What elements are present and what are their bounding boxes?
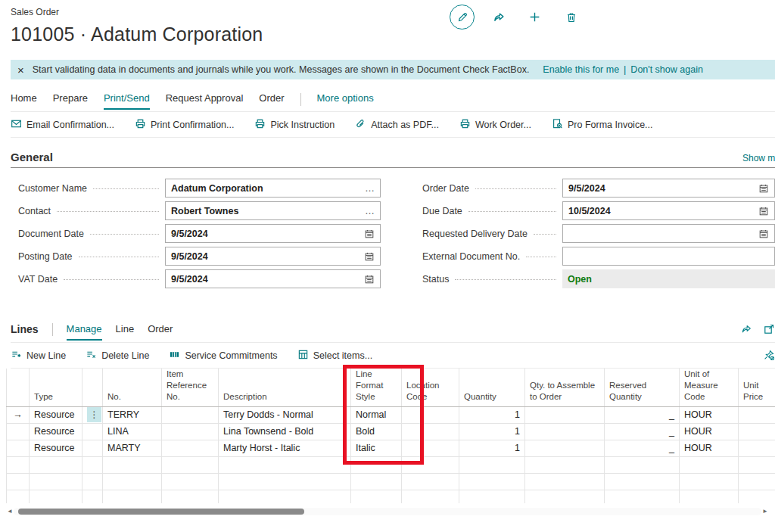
- cell-empty[interactable]: [680, 473, 739, 490]
- calendar-icon[interactable]: [758, 183, 769, 194]
- document-date-input[interactable]: 9/5/2024: [165, 224, 381, 243]
- cell-empty[interactable]: [103, 456, 162, 473]
- header-quantity[interactable]: Quantity: [459, 369, 525, 406]
- header-line-format-style[interactable]: Line Format Style: [351, 369, 402, 406]
- cell-location-code[interactable]: [402, 440, 459, 456]
- cell-qty-to-assemble[interactable]: [525, 406, 605, 423]
- calendar-icon[interactable]: [364, 251, 375, 262]
- cell-empty[interactable]: [402, 456, 459, 473]
- requested-delivery-date-input[interactable]: [562, 224, 775, 243]
- tab-lines-order[interactable]: Order: [148, 323, 173, 339]
- header-item-reference-no[interactable]: Item Reference No.: [162, 369, 219, 406]
- share-button[interactable]: [486, 5, 511, 30]
- cell-reserved-quantity[interactable]: _: [605, 406, 680, 423]
- calendar-icon[interactable]: [364, 274, 375, 285]
- order-date-input[interactable]: 9/5/2024: [562, 179, 775, 198]
- scrollbar-thumb[interactable]: [18, 509, 304, 515]
- cell-empty[interactable]: [219, 456, 351, 473]
- cell-item-reference[interactable]: [162, 423, 219, 440]
- cell-qty-to-assemble[interactable]: [525, 423, 605, 440]
- email-confirmation-button[interactable]: Email Confirmation...: [11, 118, 114, 132]
- cell-reserved-quantity[interactable]: _: [605, 440, 680, 456]
- tab-request-approval[interactable]: Request Approval: [166, 92, 244, 108]
- scroll-right-icon[interactable]: ►: [761, 508, 769, 515]
- header-location-code[interactable]: Location Code: [402, 369, 459, 406]
- cell-empty[interactable]: [402, 490, 459, 503]
- cell-empty[interactable]: [680, 490, 739, 503]
- cell-empty[interactable]: [351, 490, 402, 503]
- header-description[interactable]: Description: [219, 369, 351, 406]
- vat-date-input[interactable]: 9/5/2024: [165, 269, 381, 288]
- new-line-button[interactable]: New Line: [11, 349, 66, 362]
- calendar-icon[interactable]: [758, 206, 769, 216]
- more-options-button[interactable]: More options: [317, 92, 374, 108]
- cell-empty[interactable]: [525, 456, 605, 473]
- cell-item-reference[interactable]: [162, 440, 219, 456]
- pro-forma-invoice-button[interactable]: Pro Forma Invoice...: [552, 118, 653, 132]
- cell-no[interactable]: TERRY: [103, 406, 162, 423]
- dismiss-link[interactable]: Don't show again: [630, 64, 703, 75]
- cell-empty[interactable]: [605, 473, 680, 490]
- cell-empty[interactable]: [402, 473, 459, 490]
- cell-empty[interactable]: [219, 490, 351, 503]
- cell-item-reference[interactable]: [162, 406, 219, 423]
- tab-line[interactable]: Line: [116, 323, 135, 339]
- add-button[interactable]: [522, 5, 547, 30]
- cell-uom[interactable]: HOUR: [680, 440, 739, 456]
- close-icon[interactable]: ×: [17, 64, 24, 76]
- cell-empty[interactable]: [605, 490, 680, 503]
- cell-location-code[interactable]: [402, 423, 459, 440]
- cell-empty[interactable]: [351, 456, 402, 473]
- header-reserved-quantity[interactable]: Reserved Quantity: [605, 369, 680, 406]
- cell-type[interactable]: Resource: [30, 423, 82, 440]
- cell-empty[interactable]: [525, 473, 605, 490]
- scrollbar-track[interactable]: [14, 508, 761, 515]
- share-lines-icon[interactable]: [740, 323, 752, 338]
- cell-empty[interactable]: [739, 490, 775, 503]
- cell-description[interactable]: Lina Townsend - Bold: [219, 423, 351, 440]
- tab-home[interactable]: Home: [11, 92, 37, 108]
- row-menu-icon[interactable]: ⋮: [87, 407, 101, 422]
- cell-empty[interactable]: [30, 473, 82, 490]
- cell-empty[interactable]: [103, 490, 162, 503]
- external-document-no-input[interactable]: [562, 247, 775, 266]
- cell-empty[interactable]: [162, 473, 219, 490]
- cell-empty[interactable]: [525, 490, 605, 503]
- cell-unit-price[interactable]: [739, 406, 775, 423]
- cell-empty[interactable]: [219, 473, 351, 490]
- scroll-left-icon[interactable]: ◄: [6, 508, 14, 515]
- lookup-ellipsis-icon[interactable]: …: [365, 205, 375, 216]
- cell-description[interactable]: Terry Dodds - Normal: [219, 406, 351, 423]
- delete-button[interactable]: [559, 5, 584, 30]
- cell-empty[interactable]: [162, 490, 219, 503]
- cell-empty[interactable]: [30, 456, 82, 473]
- service-commitments-button[interactable]: Service Commitments: [169, 349, 277, 362]
- cell-empty[interactable]: [605, 456, 680, 473]
- show-more-link[interactable]: Show more: [742, 153, 775, 163]
- due-date-input[interactable]: 10/5/2024: [562, 201, 775, 220]
- attach-as-pdf-button[interactable]: Attach as PDF...: [355, 118, 439, 132]
- cell-reserved-quantity[interactable]: _: [605, 423, 680, 440]
- cell-location-code[interactable]: [402, 406, 459, 423]
- header-no[interactable]: No.: [103, 369, 162, 406]
- cell-type[interactable]: Resource: [30, 440, 82, 456]
- cell-line-format-style[interactable]: Normal: [351, 406, 402, 423]
- cell-description[interactable]: Marty Horst - Italic: [219, 440, 351, 456]
- calendar-icon[interactable]: [758, 229, 769, 239]
- posting-date-input[interactable]: 9/5/2024: [165, 247, 381, 266]
- cell-empty[interactable]: [351, 473, 402, 490]
- cell-empty[interactable]: [680, 456, 739, 473]
- header-type[interactable]: Type: [30, 369, 82, 406]
- cell-qty-to-assemble[interactable]: [525, 440, 605, 456]
- cell-empty[interactable]: [459, 490, 525, 503]
- cell-unit-price[interactable]: [739, 440, 775, 456]
- cell-empty[interactable]: [459, 473, 525, 490]
- cell-quantity[interactable]: 1: [459, 423, 525, 440]
- cell-empty[interactable]: [739, 473, 775, 490]
- cell-uom[interactable]: HOUR: [680, 406, 739, 423]
- cell-line-format-style[interactable]: Bold: [351, 423, 402, 440]
- cell-empty[interactable]: [30, 490, 82, 503]
- header-unit-price[interactable]: Unit Price: [739, 369, 775, 406]
- cell-no[interactable]: LINA: [103, 423, 162, 440]
- header-unit-of-measure-code[interactable]: Unit of Measure Code: [680, 369, 739, 406]
